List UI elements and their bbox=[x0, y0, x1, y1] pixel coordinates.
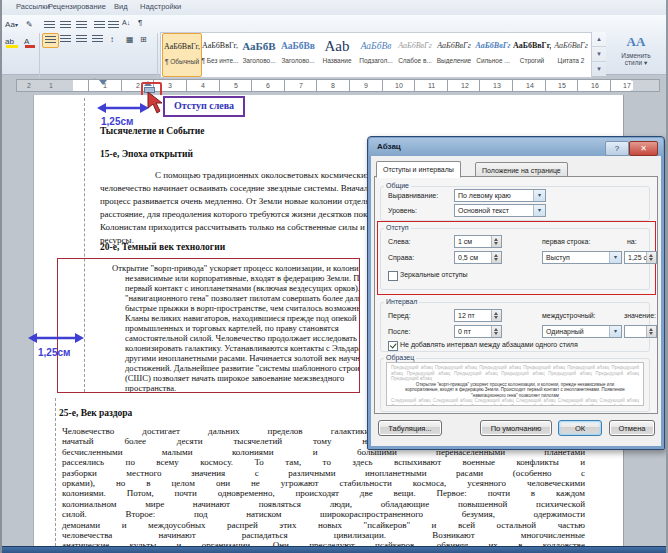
horizontal-ruler[interactable]: 2 1 1 2 3 4 5 6 7 8 9 10 11 12 13 14 15 … bbox=[16, 79, 660, 92]
ruler-number: 11 bbox=[426, 81, 437, 90]
style-item-heading2[interactable]: АаБбВвЗаголово... bbox=[279, 33, 317, 75]
by-label: на: bbox=[627, 238, 637, 245]
dialog-title: Абзац bbox=[377, 142, 401, 151]
borders-button[interactable]: ⊞ bbox=[140, 33, 147, 46]
spinner-arrows-icon[interactable] bbox=[491, 326, 501, 337]
alignment-combobox[interactable]: По левому краю▾ bbox=[454, 189, 546, 202]
indent-right-spinner[interactable]: 0,5 см bbox=[454, 251, 502, 264]
gallery-scroll: ▴ ▾ ▾ bbox=[591, 32, 606, 76]
change-case-button[interactable]: Аа▾ bbox=[5, 18, 18, 31]
first-line-indent-marker[interactable] bbox=[99, 80, 107, 85]
tab-review[interactable]: Рецензирование bbox=[48, 2, 106, 11]
ruler-number: 12 bbox=[459, 81, 471, 90]
general-group-label: Общие bbox=[384, 182, 411, 189]
space-before-label: Перед: bbox=[388, 312, 411, 319]
style-item-subtle-emphasis[interactable]: АаБбВвГгСлабое в... bbox=[396, 33, 434, 75]
doc-heading-20: 20-е, Темный век технологии bbox=[100, 242, 225, 252]
tab-addins[interactable]: Надстройки bbox=[140, 2, 181, 11]
alignment-label: Выравнивание: bbox=[388, 192, 438, 199]
align-left-button[interactable] bbox=[42, 33, 59, 48]
no-space-same-style-checkbox[interactable] bbox=[388, 341, 398, 351]
at-spinner[interactable] bbox=[624, 325, 657, 338]
ok-button[interactable]: ОК bbox=[558, 420, 602, 436]
close-button[interactable]: ✕ bbox=[629, 141, 658, 156]
ruler-number: 14 bbox=[524, 81, 536, 90]
numbering-icon[interactable] bbox=[60, 21, 71, 30]
spinner-arrows-icon[interactable] bbox=[491, 310, 501, 321]
ribbon-tab-row: Рассылки Рецензирование Вид Надстройки bbox=[2, 0, 668, 16]
pilcrow-icon[interactable]: ¶ bbox=[138, 16, 142, 29]
doc-heading-15: 15-е, Эпоха открытий bbox=[100, 149, 193, 159]
style-item-normal[interactable]: АаБбВвГг,¶ Обычный bbox=[162, 33, 202, 77]
indent-left-callout: Отступ слева bbox=[163, 96, 245, 117]
space-before-spinner[interactable]: 12 пт bbox=[454, 309, 502, 322]
ruler-number: 16 bbox=[589, 81, 601, 90]
indent-left-spinner[interactable]: 1 см bbox=[454, 235, 502, 248]
ruler-number: 9 bbox=[362, 81, 370, 90]
ruler-number: 10 bbox=[393, 81, 405, 90]
chevron-down-icon: ▾ bbox=[533, 205, 545, 216]
style-item-intense-emphasis[interactable]: АаБбВвГгСильное ... bbox=[474, 33, 512, 75]
bullets-icon[interactable] bbox=[44, 21, 55, 30]
text-highlight-button[interactable]: ab bbox=[5, 35, 19, 48]
gallery-expand-icon[interactable]: ▾ bbox=[592, 62, 606, 76]
indent-measure-arrow-top bbox=[97, 100, 149, 116]
help-button[interactable]: ? bbox=[605, 141, 629, 156]
align-center-button[interactable] bbox=[58, 33, 73, 46]
align-right-button[interactable] bbox=[74, 33, 89, 46]
sort-icon[interactable]: А↓ bbox=[122, 16, 130, 29]
mirror-indents-checkbox[interactable] bbox=[388, 271, 398, 281]
measure-label-mid: 1,25см bbox=[38, 347, 70, 358]
style-item-quote2[interactable]: АаБбВвГгЦитата 2 bbox=[552, 33, 590, 75]
ruler-number: 4 bbox=[199, 81, 207, 90]
tabs-button[interactable]: Табуляция... bbox=[378, 420, 442, 436]
chevron-down-icon: ▾ bbox=[533, 190, 545, 201]
style-item-title[interactable]: АabНазвание bbox=[318, 33, 356, 75]
group-separator bbox=[39, 33, 40, 83]
cancel-button[interactable]: Отмена bbox=[609, 420, 655, 436]
dialog-titlebar[interactable]: Абзац ? ✕ bbox=[369, 138, 663, 156]
style-item-emphasis[interactable]: АаБбВвГгВыделение bbox=[435, 33, 473, 75]
multilevel-list-icon[interactable] bbox=[76, 21, 87, 30]
justify-icon bbox=[92, 35, 103, 44]
indent-measure-arrow-mid bbox=[28, 330, 84, 346]
first-line-combobox[interactable]: Выступ▾ bbox=[542, 251, 622, 264]
spinner-arrows-icon[interactable] bbox=[491, 236, 501, 247]
increase-indent-icon[interactable] bbox=[108, 21, 119, 30]
by-spinner[interactable]: 1,25 см bbox=[624, 251, 657, 264]
change-styles-button[interactable]: АА Изменить стили ▾ bbox=[610, 32, 662, 76]
preview-group-label: Образец bbox=[384, 354, 416, 361]
group-separator bbox=[157, 33, 158, 83]
margin-guide-line bbox=[55, 398, 56, 546]
tab-indents-spacing[interactable]: Отступы и интервалы bbox=[376, 161, 461, 178]
mirror-indents-label: Зеркальные отступы bbox=[400, 271, 468, 278]
ruler-number: 15 bbox=[556, 81, 568, 90]
set-default-button[interactable]: По умолчанию bbox=[480, 420, 552, 436]
first-line-label: первая строка: bbox=[542, 238, 590, 245]
gallery-scroll-down-icon[interactable]: ▾ bbox=[592, 47, 606, 62]
style-item-heading1[interactable]: АаБбВЗаголово... bbox=[240, 33, 278, 75]
spinner-arrows-icon[interactable] bbox=[491, 252, 501, 263]
preview-next-text: Следующий абзац Следующий абзац Следующи… bbox=[391, 398, 639, 406]
preview-current-text: Открытие "ворп-привода" ускоряет процесс… bbox=[391, 382, 639, 399]
line-spacing-button[interactable]: ↕ bbox=[110, 33, 114, 46]
spinner-arrows-icon[interactable] bbox=[646, 252, 656, 263]
justify-button[interactable] bbox=[90, 33, 105, 46]
tab-view[interactable]: Вид bbox=[114, 2, 128, 11]
style-item-no-spacing[interactable]: АаБбВвГг,¶ Без инте... bbox=[201, 33, 239, 75]
style-item-strong[interactable]: АаБбВвГг,Строгий bbox=[513, 33, 551, 75]
shading-button[interactable]: ▦ bbox=[126, 33, 134, 46]
outline-level-combobox[interactable]: Основной текст▾ bbox=[454, 204, 546, 217]
font-color-button[interactable]: А bbox=[24, 35, 36, 48]
spinner-arrows-icon[interactable] bbox=[646, 326, 656, 337]
ruler-margin-number: 1 bbox=[49, 81, 53, 90]
line-spacing-combobox[interactable]: Одинарный▾ bbox=[542, 325, 622, 338]
ruler-number: 13 bbox=[491, 81, 503, 90]
style-item-subtitle[interactable]: АаБбВвПодзагол... bbox=[357, 33, 395, 75]
tab-mailings[interactable]: Рассылки bbox=[16, 2, 50, 11]
decrease-indent-icon[interactable] bbox=[94, 21, 105, 30]
space-after-spinner[interactable]: 0 пт bbox=[454, 325, 502, 338]
clear-formatting-button[interactable]: ✎ bbox=[26, 18, 33, 31]
gallery-scroll-up-icon[interactable]: ▴ bbox=[592, 32, 606, 47]
ruler-number: 8 bbox=[329, 81, 337, 90]
